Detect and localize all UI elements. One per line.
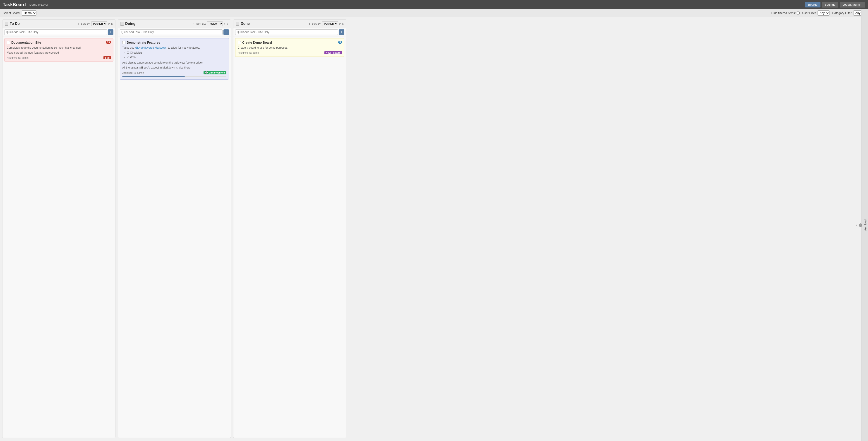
board: − To Do 1 Sort By: Position # ⇅ + Docume… [0,17,868,440]
card-body-percentage: And display a percentage complete on the… [122,61,226,65]
md-italic: usual [131,66,137,69]
tag-enhancement-demo-features: 💬 Enhancement [204,71,226,74]
column-header-done: − Done 1 Sort By: Position # ⇅ [234,20,346,28]
column-doing: − Doing 1 Sort By: Position # ⇅ + Demons… [118,20,231,438]
app-subtitle: - Demo (v1.0.0) [28,3,48,6]
quick-add-btn-done[interactable]: + [339,29,344,35]
sort-label-done: Sort By: [312,22,321,25]
md-bold: stuff [137,66,143,69]
card-body-demo-features: Tasks use GitHub flavored Markdown to al… [122,46,226,70]
cards-area-done: Create Demo Board 5 Create a board to us… [234,36,346,438]
archived-sidebar: Archived 0 » [861,9,868,440]
card-header-create-demo-board: Create Demo Board 5 [238,41,342,44]
column-title-todo: To Do [10,22,76,26]
column-count-todo: 1 [78,22,79,26]
category-filter-label: Category Filter: [832,11,852,15]
logout-button[interactable]: Logout (admin) [840,2,865,7]
progress-bar-container [122,76,226,77]
card-doc-site[interactable]: Documentation Site 13 Completely redo th… [4,38,114,62]
updown-icon-doing[interactable]: ⇅ [226,22,228,25]
user-filter-label: User Filter: [802,11,817,15]
settings-button[interactable]: Settings [822,2,838,7]
quick-add-input-doing[interactable] [120,29,222,35]
card-body-doc-site: Completely redo the documentation as so … [7,46,111,55]
card-create-demo-board[interactable]: Create Demo Board 5 Create a board to us… [235,38,344,57]
quick-add-row-done: + [234,28,346,36]
card-title-doc-site: Documentation Site [11,41,104,44]
card-body-line1: Completely redo the documentation as so … [7,46,111,50]
column-sort-todo: Sort By: Position # ⇅ [81,22,113,26]
column-sort-done: Sort By: Position # ⇅ [312,22,344,26]
column-todo: − To Do 1 Sort By: Position # ⇅ + Docume… [2,20,116,438]
tag-bug-doc-site: Bug [103,56,111,59]
updown-icon-todo[interactable]: ⇅ [111,22,113,25]
card-body-line2: Make sure all the new features are cover… [7,50,111,55]
collapse-doing-button[interactable]: − [120,22,124,26]
card-footer-create-demo-board: Assigned To: demo New Feature [238,51,342,54]
collapse-todo-button[interactable]: − [5,22,8,26]
assigned-to-doc-site: Assigned To: admin [7,56,29,59]
cards-area-doing: Demonstrate Features Tasks use GitHub fl… [118,36,231,438]
quick-add-btn-doing[interactable]: + [223,29,229,35]
column-sort-doing: Sort By: Position # ⇅ [196,22,228,26]
quick-add-input-done[interactable] [235,29,338,35]
checklist-item-checklists: ☐ Checklists [127,50,226,55]
hash-icon-doing[interactable]: # [224,22,225,25]
sort-label-todo: Sort By: [81,22,91,25]
card-title-demo-features: Demonstrate Features [127,41,226,44]
app-header: TaskBoard - Demo (v1.0.0) Boards Setting… [0,0,868,9]
checklist-item-work: ☑ Work [127,55,226,59]
boards-button[interactable]: Boards [805,2,820,7]
cards-area-todo: Documentation Site 13 Completely redo th… [2,36,115,438]
card-checkbox-create-demo-board[interactable] [238,41,241,44]
tag-new-feature-create-demo-board: New Feature [324,51,342,54]
column-header-todo: − To Do 1 Sort By: Position # ⇅ [2,20,115,28]
column-title-doing: Doing [125,22,192,26]
card-badge-doc-site: 13 [106,41,111,44]
hide-filtered-group: Hide filtered items: [771,11,800,15]
sort-select-doing[interactable]: Position [207,22,223,26]
quick-add-btn-todo[interactable]: + [108,29,114,35]
header-right: Boards Settings Logout (admin) [805,2,865,7]
hash-icon-todo[interactable]: # [108,22,110,25]
app-title: TaskBoard [3,2,26,7]
card-body-line-demo: Create a board to use for demo purposes. [238,46,342,50]
sort-select-done[interactable]: Position [322,22,338,26]
assigned-to-create-demo-board: Assigned To: demo [238,51,259,54]
progress-bar [122,76,185,77]
checklist-list-item-2: ☑ Work [127,56,136,59]
archived-toggle[interactable]: » [856,223,858,227]
board-select[interactable]: Demo [22,10,36,15]
column-count-done: 1 [309,22,310,26]
card-header-demo-features: Demonstrate Features [122,41,226,44]
comment-icon: 💬 [205,71,208,74]
user-filter-group: User Filter: Any [802,10,830,15]
card-footer-doc-site: Assigned To: admin Bug [7,56,111,59]
column-count-doing: 1 [193,22,195,26]
card-checkbox-doc-site[interactable] [7,41,10,44]
card-body-create-demo-board: Create a board to use for demo purposes. [238,46,342,50]
user-filter-select[interactable]: Any [817,10,830,15]
quick-add-row-doing: + [118,28,231,36]
hash-icon-done[interactable]: # [339,22,341,25]
quick-add-row-todo: + [2,28,115,36]
assigned-to-demo-features: Assigned To: admin [122,71,144,74]
card-demo-features[interactable]: Demonstrate Features Tasks use GitHub fl… [120,38,229,79]
select-board-label: Select Board: [3,11,20,15]
category-filter-group: Category Filter: Any [832,10,865,15]
card-title-create-demo-board: Create Demo Board [242,41,337,44]
collapse-done-button[interactable]: − [236,22,239,26]
github-md-link[interactable]: GitHub flavored Markdown [135,46,167,49]
hide-filtered-label: Hide filtered items: [771,11,796,15]
sort-label-doing: Sort By: [196,22,206,25]
updown-icon-done[interactable]: ⇅ [342,22,344,25]
archived-count: 0 [859,224,862,227]
toolbar-left: Select Board: Demo [3,10,36,15]
card-checkbox-demo-features[interactable] [122,41,125,44]
quick-add-input-todo[interactable] [4,29,107,35]
hide-filtered-checkbox[interactable] [797,11,800,14]
card-body-markdown: All the usualstuff you'd expect in Markd… [122,66,226,70]
archived-label[interactable]: Archived [864,219,867,231]
sort-select-todo[interactable]: Position [91,22,107,26]
checklist-ul: ☐ Checklists ☑ Work [127,50,226,59]
